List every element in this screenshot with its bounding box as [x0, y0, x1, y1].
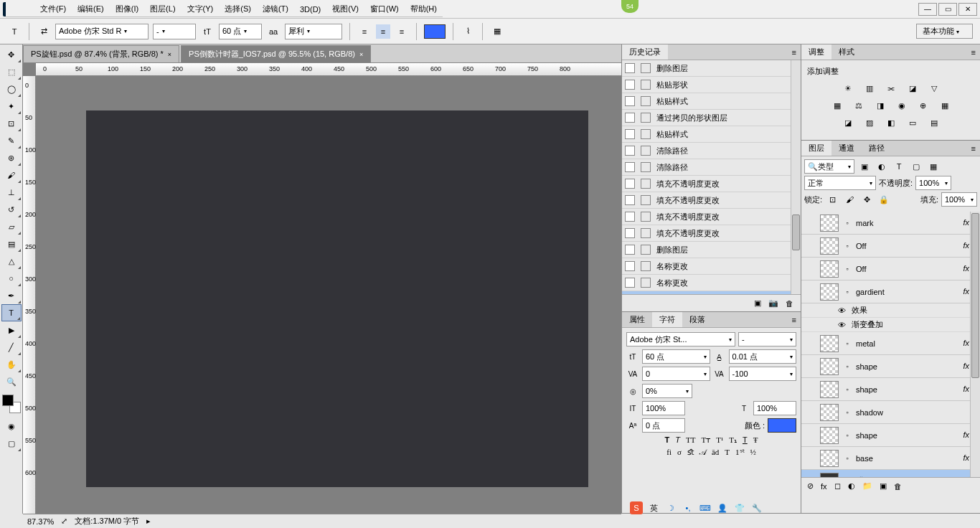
layer-name[interactable]: Off	[856, 242, 866, 250]
layer-name[interactable]: 背景	[856, 476, 872, 477]
lock-trans-icon[interactable]: ⊡	[825, 194, 839, 205]
layer-thumbnail[interactable]	[820, 381, 839, 398]
layer-effect-item[interactable]: 👁渐变叠加	[801, 318, 980, 332]
history-check[interactable]	[625, 162, 635, 172]
ime-logo-icon[interactable]: S	[630, 501, 643, 514]
quick-mask-icon[interactable]: ◉	[1, 418, 22, 435]
visibility-toggle[interactable]	[804, 263, 816, 275]
ime-lang-icon[interactable]: 英	[647, 501, 660, 514]
screen-mode-icon[interactable]: ▢	[1, 435, 22, 452]
history-item[interactable]: 清除路径	[622, 143, 801, 159]
canvas[interactable]	[86, 110, 588, 487]
history-check[interactable]	[625, 96, 635, 106]
heal-tool[interactable]: ⊛	[1, 149, 22, 166]
adjustment-layer-icon[interactable]: ◐	[848, 481, 855, 491]
visibility-toggle[interactable]: 👁	[836, 305, 847, 316]
visibility-toggle[interactable]	[804, 361, 816, 372]
layer-name[interactable]: mark	[856, 219, 873, 227]
close-button[interactable]: ✕	[958, 3, 977, 16]
dodge-tool[interactable]: ○	[1, 270, 22, 287]
history-check[interactable]	[625, 212, 635, 222]
char-kerning-input[interactable]: 0▾	[642, 367, 710, 381]
layer-thumbnail[interactable]	[820, 260, 839, 278]
char-color-swatch[interactable]	[768, 418, 796, 433]
layer-thumbnail[interactable]	[820, 473, 839, 478]
char-size-input[interactable]: 60 点▾	[642, 349, 710, 364]
zoom-tool[interactable]: 🔍	[1, 373, 22, 390]
menu-3d[interactable]: 3D(D)	[294, 3, 326, 16]
text-color-swatch[interactable]	[424, 24, 446, 39]
layer-name[interactable]: gardient	[856, 288, 885, 296]
history-check[interactable]	[625, 228, 635, 238]
char-hscale-input[interactable]: 100%	[753, 401, 796, 415]
channel-mixer-icon[interactable]: ⊕	[916, 100, 930, 111]
ordinals-icon[interactable]: T	[725, 448, 730, 457]
snapshot-icon[interactable]: 📷	[768, 298, 778, 308]
strike-icon[interactable]: Ŧ	[753, 435, 758, 445]
layer-thumbnail[interactable]	[820, 335, 839, 352]
align-left-icon[interactable]: ≡	[357, 24, 372, 39]
subscript-icon[interactable]: T₁	[729, 435, 737, 445]
font-size-select[interactable]: 60 点▾	[219, 24, 262, 39]
filter-pixel-icon[interactable]: ▣	[857, 161, 872, 172]
layers-tab[interactable]: 图层	[801, 141, 831, 156]
history-item[interactable]: 删除图层	[622, 60, 801, 77]
ime-keyboard-icon[interactable]: ⌨	[699, 501, 712, 514]
shape-tool[interactable]: ╱	[1, 339, 22, 356]
history-item[interactable]: 清除路径	[622, 159, 801, 176]
minimize-button[interactable]: —	[918, 3, 937, 16]
group-icon[interactable]: 📁	[862, 481, 872, 491]
scrollbar[interactable]	[791, 60, 801, 294]
gradient-map-icon[interactable]: ▭	[905, 117, 920, 128]
history-check[interactable]	[625, 146, 635, 156]
char-tracking-input[interactable]: -100▾	[729, 367, 797, 381]
type-tool[interactable]: T	[1, 304, 22, 321]
history-check[interactable]	[625, 278, 635, 288]
panel-menu-icon[interactable]: ≡	[967, 144, 980, 153]
panel-menu-icon[interactable]: ≡	[788, 316, 801, 324]
menu-type[interactable]: 文字(Y)	[182, 1, 220, 16]
menu-help[interactable]: 帮助(H)	[405, 1, 443, 16]
visibility-toggle[interactable]	[804, 338, 816, 349]
char-scale-input[interactable]: 0%▾	[642, 384, 692, 398]
ime-user-icon[interactable]: 👤	[716, 501, 729, 514]
visibility-toggle[interactable]	[804, 217, 816, 229]
menu-edit[interactable]: 编辑(E)	[72, 1, 110, 16]
history-item[interactable]: 名称更改	[622, 258, 801, 275]
doc-info-arrow[interactable]: ▸	[146, 517, 151, 526]
visibility-toggle[interactable]	[804, 430, 816, 441]
visibility-toggle[interactable]	[804, 453, 816, 464]
bw-icon[interactable]: ◨	[873, 100, 887, 111]
balance-icon[interactable]: ⚖	[852, 100, 866, 111]
character-tab[interactable]: 字符	[652, 312, 682, 327]
layer-item[interactable]: ▫Offfx ▾	[801, 258, 980, 280]
layer-thumbnail[interactable]	[820, 358, 839, 375]
history-check[interactable]	[625, 245, 635, 255]
history-check[interactable]	[625, 113, 635, 123]
lock-all-icon[interactable]: 🔒	[877, 194, 891, 205]
ligature-icon[interactable]: fi	[666, 448, 672, 457]
history-check[interactable]	[625, 179, 635, 189]
fraction-icon[interactable]: ½	[750, 448, 756, 457]
filter-adj-icon[interactable]: ◐	[875, 161, 889, 172]
wand-tool[interactable]: ✦	[1, 98, 22, 115]
layer-thumbnail[interactable]	[820, 214, 839, 232]
char-leading-input[interactable]: 0.01 点▾	[729, 349, 797, 364]
menu-image[interactable]: 图像(I)	[110, 1, 144, 16]
filter-shape-icon[interactable]: ▢	[909, 161, 923, 172]
visibility-toggle[interactable]	[804, 407, 816, 418]
panel-menu-icon[interactable]: ≡	[967, 48, 980, 57]
fractions-icon[interactable]: 1ˢᵗ	[735, 448, 745, 457]
layer-item[interactable]: ▫shapefx ▾	[801, 378, 980, 401]
orientation-icon[interactable]: ⇄	[37, 24, 51, 39]
history-item[interactable]: 填充不透明度更改	[622, 192, 801, 209]
visibility-toggle[interactable]	[804, 240, 816, 252]
font-family-select[interactable]: Adobe 仿宋 Std R▾	[55, 24, 149, 39]
history-tab[interactable]: 历史记录	[622, 44, 668, 60]
new-layer-icon[interactable]: ▣	[880, 481, 887, 491]
menu-file[interactable]: 文件(F)	[34, 1, 72, 16]
layer-thumbnail[interactable]	[820, 283, 839, 301]
char-style-select[interactable]: -▾	[738, 332, 796, 346]
mask-icon[interactable]: ◻	[834, 481, 841, 491]
stamp-tool[interactable]: ⊥	[1, 184, 22, 201]
